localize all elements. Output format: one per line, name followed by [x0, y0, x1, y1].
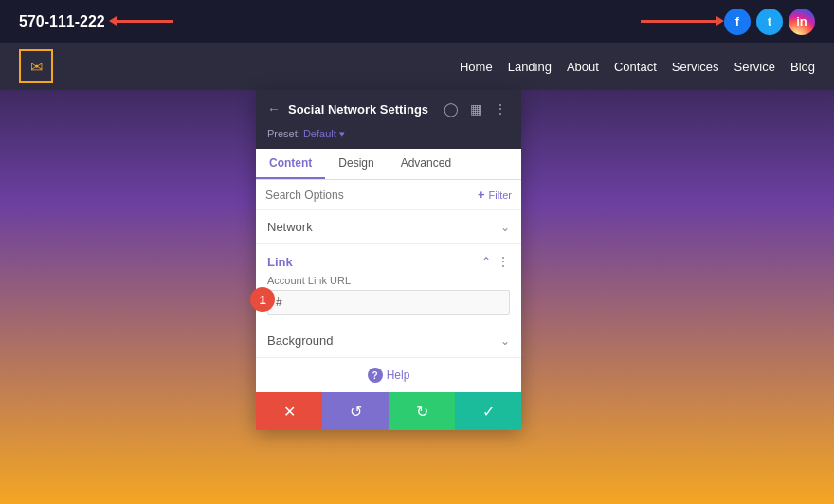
panel-header: ← Social Network Settings ◯ ▦ ⋮ [256, 90, 521, 124]
top-bar: 570-111-222 f t in [0, 0, 834, 43]
filter-plus-icon: + [478, 188, 485, 202]
nav-home[interactable]: Home [460, 60, 493, 74]
nav-links: Home Landing About Contact Services Serv… [460, 60, 815, 74]
responsive-icon[interactable]: ◯ [442, 99, 461, 118]
instagram-icon[interactable]: in [789, 9, 815, 35]
preset-value[interactable]: Default ▾ [303, 128, 345, 139]
panel-title: Social Network Settings [288, 102, 428, 117]
panel-header-left: ← Social Network Settings [267, 101, 428, 117]
link-content: Account Link URL [256, 275, 521, 324]
back-button[interactable]: ← [267, 101, 281, 117]
network-label: Network [267, 220, 313, 234]
envelope-icon[interactable]: ✉ [19, 49, 53, 83]
account-link-label: Account Link URL [267, 275, 510, 286]
arrow-left-decoration [117, 20, 173, 23]
link-options-icon[interactable]: ⋮ [497, 254, 510, 269]
reset-button[interactable]: ↺ [322, 392, 389, 430]
arrow-right-decoration [641, 20, 716, 23]
tab-content[interactable]: Content [256, 149, 325, 179]
nav-service[interactable]: Service [734, 60, 775, 74]
panel-tabs: Content Design Advanced [256, 149, 521, 180]
phone-number: 570-111-222 [19, 13, 105, 30]
nav-landing[interactable]: Landing [508, 60, 552, 74]
filter-button[interactable]: + Filter [478, 188, 512, 202]
facebook-icon[interactable]: f [724, 9, 751, 35]
tab-design[interactable]: Design [325, 149, 387, 179]
more-icon[interactable]: ⋮ [491, 99, 510, 118]
nav-about[interactable]: About [567, 60, 599, 74]
link-section-header: Link ⌃ ⋮ [256, 244, 521, 275]
background-section[interactable]: Background ⌄ [256, 324, 521, 358]
preset-label: Preset: Default ▾ [267, 128, 345, 139]
layout-icon[interactable]: ▦ [466, 99, 485, 118]
action-bar: ✕ ↺ ↻ ✓ [256, 392, 521, 430]
top-bar-left: 570-111-222 [19, 13, 173, 30]
nav-contact[interactable]: Contact [614, 60, 657, 74]
help-label: Help [387, 369, 410, 382]
second-bar: ✉ Home Landing About Contact Services Se… [0, 43, 834, 90]
nav-services[interactable]: Services [672, 60, 719, 74]
nav-blog[interactable]: Blog [790, 60, 815, 74]
save-button[interactable]: ✓ [455, 392, 521, 430]
background-label: Background [267, 333, 333, 348]
cancel-button[interactable]: ✕ [256, 392, 322, 430]
tab-advanced[interactable]: Advanced [388, 149, 464, 179]
search-input[interactable] [265, 189, 472, 202]
panel-header-icons: ◯ ▦ ⋮ [442, 99, 510, 118]
panel-preset: Preset: Default ▾ [256, 124, 521, 149]
main-content: ← Social Network Settings ◯ ▦ ⋮ Preset: … [0, 90, 834, 504]
background-chevron-icon: ⌄ [500, 334, 510, 348]
social-icons: f t in [724, 9, 815, 35]
link-chevron-icon: ⌃ [481, 255, 491, 268]
twitter-icon[interactable]: t [756, 9, 783, 35]
help-icon: ? [368, 368, 383, 383]
redo-button[interactable]: ↻ [389, 392, 455, 430]
panel-content: Network ⌄ Link ⌃ ⋮ Account Link URL [256, 210, 521, 392]
step-badge-1: 1 [250, 287, 275, 312]
network-section[interactable]: Network ⌄ [256, 210, 521, 244]
network-chevron-icon: ⌄ [500, 221, 510, 234]
help-row[interactable]: ? Help [256, 358, 521, 392]
settings-panel: ← Social Network Settings ◯ ▦ ⋮ Preset: … [256, 90, 521, 430]
link-label[interactable]: Link [267, 255, 293, 269]
filter-label: Filter [489, 189, 512, 201]
account-link-input[interactable] [267, 290, 510, 315]
search-bar: + Filter [256, 180, 521, 210]
